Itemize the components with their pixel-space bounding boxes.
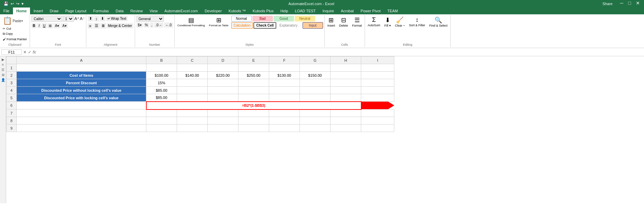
col-header-b[interactable]: B <box>146 57 177 64</box>
increase-decimal-button[interactable]: .0→ <box>154 23 163 28</box>
qa-save[interactable]: 💾 <box>3 1 9 7</box>
close-button[interactable]: ✕ <box>634 0 641 7</box>
tab-automateexcel[interactable]: AutomateExcel.com <box>161 8 201 14</box>
qa-undo[interactable]: ↩ <box>10 1 15 7</box>
cell-e8[interactable] <box>238 117 269 125</box>
cell-b1[interactable] <box>146 64 177 72</box>
align-center-button[interactable]: ☰ <box>93 23 100 29</box>
cell-g9[interactable] <box>300 125 331 132</box>
cell-d8[interactable] <box>208 117 238 125</box>
autosum-button[interactable]: Σ AutoSum <box>366 16 382 28</box>
tab-formulas[interactable]: Formulas <box>90 8 112 14</box>
tab-help[interactable]: Help <box>277 8 292 14</box>
tab-developer[interactable]: Developer <box>201 8 225 14</box>
font-grow-icon[interactable]: A⁺ <box>74 16 79 21</box>
style-explanatory-button[interactable]: Explanatory . <box>277 22 302 29</box>
format-button[interactable]: ☰ Format <box>351 16 363 28</box>
italic-button[interactable]: I <box>37 23 41 28</box>
formula-cancel-icon[interactable]: ✕ <box>23 50 27 55</box>
cell-d4[interactable] <box>208 87 238 94</box>
tab-file[interactable]: File <box>0 8 13 14</box>
cell-f5[interactable] <box>269 94 300 102</box>
clear-button[interactable]: 🧹 Clear ~ <box>394 16 406 28</box>
style-calculation-button[interactable]: Calculation <box>231 22 253 29</box>
sidebar-tool-5[interactable]: 👤 <box>1 78 5 82</box>
style-normal-button[interactable]: Normal <box>231 16 252 21</box>
decrease-decimal-button[interactable]: ←.0 <box>164 23 173 28</box>
col-header-e[interactable]: E <box>238 57 269 64</box>
cell-i2[interactable] <box>361 72 394 79</box>
cell-a9[interactable] <box>17 125 146 132</box>
cell-e5[interactable] <box>238 94 269 102</box>
copy-button[interactable]: ⧉ Copy <box>1 31 14 36</box>
cell-h8[interactable] <box>331 117 361 125</box>
cell-e2[interactable]: $250.00 <box>238 72 269 79</box>
font-shrink-icon[interactable]: A⁻ <box>80 16 85 21</box>
tab-kutools[interactable]: Kutools ™ <box>225 8 249 14</box>
col-header-a[interactable]: A <box>17 57 146 64</box>
cell-h2[interactable] <box>331 72 361 79</box>
align-bottom-button[interactable]: ⬇ <box>100 16 105 21</box>
tab-home[interactable]: Home <box>13 8 30 14</box>
tab-review[interactable]: Review <box>127 8 146 14</box>
tab-acrobat[interactable]: Acrobat <box>337 8 357 14</box>
cell-a4[interactable]: Discounted Price without locking cell's … <box>17 87 146 94</box>
cell-g5[interactable] <box>300 94 331 102</box>
cell-c9[interactable] <box>177 125 208 132</box>
cell-h5[interactable] <box>331 94 361 102</box>
cut-button[interactable]: ✂ Cut <box>1 26 13 31</box>
cell-g2[interactable]: $150.00 <box>300 72 331 79</box>
cell-c3[interactable] <box>177 79 208 87</box>
cell-g7[interactable] <box>300 109 331 117</box>
find-select-button[interactable]: 🔍 Find & Select <box>428 16 449 28</box>
cell-a5[interactable]: Discounted Price with locking cell's val… <box>17 94 146 102</box>
cell-e9[interactable] <box>238 125 269 132</box>
col-header-i[interactable]: I <box>361 57 394 64</box>
tab-team[interactable]: TEAM <box>384 8 401 14</box>
wrap-text-button[interactable]: ↵ Wrap Text <box>106 16 128 21</box>
sidebar-tool-4[interactable]: ⊞ <box>2 73 4 77</box>
bold-button[interactable]: B <box>31 23 36 28</box>
cell-c8[interactable] <box>177 117 208 125</box>
percent-button[interactable]: % <box>144 23 149 28</box>
tab-data[interactable]: Data <box>112 8 127 14</box>
cell-i3[interactable] <box>361 79 394 87</box>
cell-e4[interactable] <box>238 87 269 94</box>
tab-kutools-plus[interactable]: Kutools Plus <box>249 8 277 14</box>
minimize-button[interactable]: ─ <box>619 0 625 7</box>
cell-g8[interactable] <box>300 117 331 125</box>
cell-formula-b6[interactable]: =B2*(1-$B$3) <box>146 102 361 109</box>
cell-e1[interactable] <box>238 64 269 72</box>
tab-page-layout[interactable]: Page Layout <box>62 8 90 14</box>
cell-b3[interactable]: 15% <box>146 79 177 87</box>
style-bad-button[interactable]: Bad <box>252 16 273 21</box>
cell-e7[interactable] <box>238 109 269 117</box>
underline-button[interactable]: U <box>42 23 47 28</box>
cell-f7[interactable] <box>269 109 300 117</box>
cell-d7[interactable] <box>208 109 238 117</box>
fill-color-button[interactable]: A▾ <box>54 23 60 28</box>
align-right-button[interactable]: ≣ <box>100 23 106 29</box>
delete-button[interactable]: ⊟ Delete <box>338 16 349 28</box>
sidebar-tool-1[interactable]: ▶ <box>2 58 4 61</box>
fill-button[interactable]: ⬇ Fill ▾ <box>383 16 392 28</box>
cell-e3[interactable] <box>238 79 269 87</box>
qa-redo[interactable]: ↪ <box>15 1 20 7</box>
cell-b8[interactable] <box>146 117 177 125</box>
name-box[interactable] <box>1 49 22 55</box>
tab-view[interactable]: View <box>146 8 161 14</box>
sidebar-tool-2[interactable]: ≡ <box>2 63 4 67</box>
cell-c5[interactable] <box>177 94 208 102</box>
merge-center-button[interactable]: Merge & Center <box>107 23 134 28</box>
cell-d5[interactable] <box>208 94 238 102</box>
cell-a6[interactable] <box>17 102 146 109</box>
tab-inquire[interactable]: Inquire <box>319 8 338 14</box>
cell-h7[interactable] <box>331 109 361 117</box>
cell-i6[interactable] <box>361 102 394 109</box>
format-as-table-button[interactable]: ⊞ Format as Table <box>208 16 230 28</box>
col-header-h[interactable]: H <box>331 57 361 64</box>
sort-filter-button[interactable]: ↕ Sort & Filter <box>408 16 427 28</box>
cell-g3[interactable] <box>300 79 331 87</box>
cell-b2[interactable]: $100.00 <box>146 72 177 79</box>
cell-d9[interactable] <box>208 125 238 132</box>
